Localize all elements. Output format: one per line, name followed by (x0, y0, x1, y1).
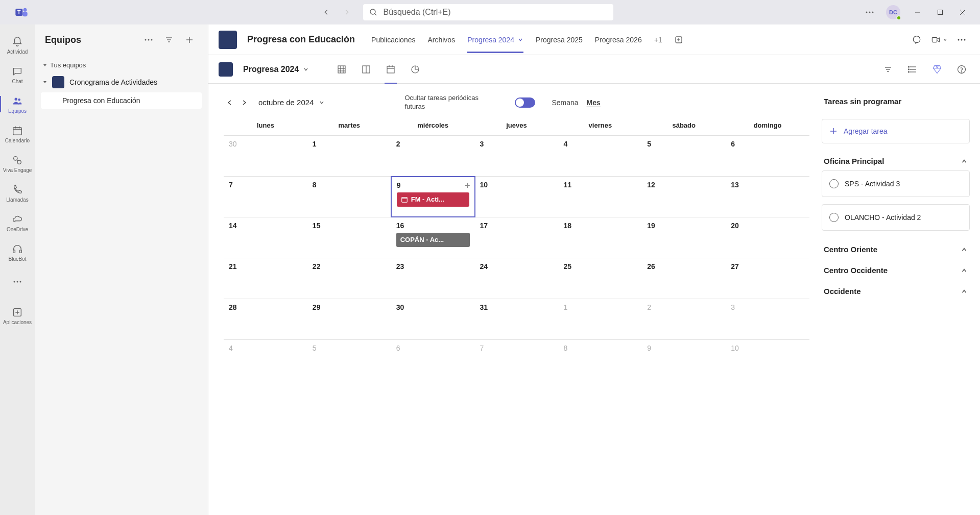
tab-progresa-2026[interactable]: Progresa 2026 (595, 27, 642, 53)
calendar-day[interactable]: 14 (224, 217, 307, 258)
calendar-day[interactable]: 31 (475, 299, 559, 339)
calendar-day[interactable]: 1 (307, 136, 391, 176)
rail-viva[interactable]: Viva Engage (0, 149, 35, 178)
calendar-day[interactable]: 7 (224, 177, 307, 217)
minimize-button[interactable] (909, 4, 927, 20)
calendar-day[interactable]: 21 (224, 258, 307, 299)
calendar-day[interactable]: 22 (307, 258, 391, 299)
month-picker[interactable]: octubre de 2024 (258, 98, 325, 107)
month-view-toggle[interactable]: Mes (587, 99, 601, 107)
create-team-button[interactable] (181, 32, 198, 48)
calendar-day[interactable]: 6 (726, 136, 809, 176)
calendar-day[interactable]: 30 (224, 136, 307, 176)
tab-publicaciones[interactable]: Publicaciones (371, 27, 415, 53)
nav-forward-button[interactable] (339, 4, 355, 20)
calendar-day[interactable]: 10 (475, 177, 559, 217)
your-teams-group[interactable]: Tus equipos (39, 57, 204, 73)
calendar-day[interactable]: 17 (475, 217, 559, 258)
calendar-day[interactable]: 9 (642, 340, 726, 380)
plan-name-dropdown[interactable]: Progresa 2024 (243, 65, 309, 74)
calendar-day[interactable]: 8 (307, 177, 391, 217)
avatar[interactable]: DC (886, 5, 900, 19)
calendar-day[interactable]: 15 (307, 217, 391, 258)
calendar-day[interactable]: 4 (224, 340, 307, 380)
task-card[interactable]: OLANCHO - Actividad 2 (822, 204, 970, 231)
calendar-day[interactable]: 4 (558, 136, 642, 176)
board-view-button[interactable] (356, 59, 376, 80)
rail-apps[interactable]: Aplicaciones (0, 301, 35, 330)
rail-more[interactable] (0, 267, 35, 296)
calendar-day[interactable]: 6 (391, 340, 475, 380)
calendar-day[interactable]: 27 (726, 258, 809, 299)
calendar-day[interactable]: 5 (307, 340, 391, 380)
more-button[interactable] (862, 4, 878, 20)
calendar-day[interactable]: 2 (391, 136, 475, 176)
conversation-button[interactable] (909, 32, 925, 48)
calendar-day[interactable]: 19 (642, 217, 726, 258)
tab-progresa-2024[interactable]: Progresa 2024 (467, 27, 523, 53)
rail-llamadas[interactable]: Llamadas (0, 179, 35, 207)
calendar-day[interactable]: 30 (391, 299, 475, 339)
calendar-day[interactable]: 16COPÁN - Ac... (391, 217, 475, 258)
channel-item[interactable]: Progresa con Educación (41, 92, 202, 109)
bucket-header[interactable]: Centro Oriente (822, 238, 970, 259)
calendar-day[interactable]: 9+FM - Acti... (391, 176, 475, 217)
calendar-day[interactable]: 28 (224, 299, 307, 339)
bucket-header[interactable]: Occidente (822, 280, 970, 301)
task-complete-radio[interactable] (829, 213, 839, 222)
calendar-event[interactable]: COPÁN - Ac... (396, 233, 470, 247)
add-tab-button[interactable] (675, 27, 683, 53)
maximize-button[interactable] (931, 4, 949, 20)
add-task-on-day[interactable]: + (465, 180, 470, 191)
plan-list-button[interactable] (904, 61, 921, 78)
recurring-tasks-toggle[interactable] (515, 97, 535, 108)
calendar-day[interactable]: 3 (726, 299, 809, 339)
rail-bluebot[interactable]: BlueBot (0, 238, 35, 266)
calendar-day[interactable]: 11 (558, 177, 642, 217)
calendar-day[interactable]: 8 (558, 340, 642, 380)
calendar-day[interactable]: 2 (642, 299, 726, 339)
bucket-header[interactable]: Centro Occidente (822, 259, 970, 280)
prev-month-button[interactable] (224, 96, 236, 109)
calendar-day[interactable]: 7 (475, 340, 559, 380)
calendar-day[interactable]: 10 (726, 340, 809, 380)
premium-button[interactable] (929, 61, 945, 78)
schedule-view-button[interactable] (380, 59, 401, 80)
task-complete-radio[interactable] (829, 179, 839, 188)
calendar-day[interactable]: 13 (726, 177, 809, 217)
calendar-day[interactable]: 29 (307, 299, 391, 339)
rail-onedrive[interactable]: OneDrive (0, 208, 35, 237)
meet-button[interactable] (931, 32, 947, 48)
panel-more-button[interactable] (140, 32, 157, 48)
calendar-day[interactable]: 20 (726, 217, 809, 258)
add-task-button[interactable]: Agregar tarea (822, 119, 970, 143)
calendar-day[interactable]: 24 (475, 258, 559, 299)
calendar-day[interactable]: 26 (642, 258, 726, 299)
bucket-header[interactable]: Oficina Principal (822, 150, 970, 170)
rail-chat[interactable]: Chat (0, 60, 35, 89)
search-input[interactable]: Búsqueda (Ctrl+E) (363, 4, 613, 20)
calendar-day[interactable]: 18 (558, 217, 642, 258)
calendar-day[interactable]: 23 (391, 258, 475, 299)
close-button[interactable] (953, 4, 972, 20)
calendar-day[interactable]: 12 (642, 177, 726, 217)
calendar-day[interactable]: 3 (475, 136, 559, 176)
calendar-day[interactable]: 1 (558, 299, 642, 339)
help-button[interactable] (953, 61, 970, 78)
tab-progresa-2025[interactable]: Progresa 2025 (536, 27, 583, 53)
calendar-day[interactable]: 5 (642, 136, 726, 176)
next-month-button[interactable] (238, 96, 250, 109)
charts-view-button[interactable] (405, 59, 425, 80)
header-more-button[interactable] (953, 32, 970, 48)
calendar-event[interactable]: FM - Acti... (397, 192, 469, 207)
rail-equipos[interactable]: Equipos (0, 90, 35, 118)
task-card[interactable]: SPS - Actividad 3 (822, 170, 970, 197)
tab-more[interactable]: +1 (654, 27, 662, 53)
calendar-day[interactable]: 25 (558, 258, 642, 299)
team-item[interactable]: Cronograma de Actividades (39, 73, 204, 91)
grid-view-button[interactable] (331, 59, 352, 80)
filter-button[interactable] (161, 32, 177, 48)
plan-filter-button[interactable] (880, 61, 896, 78)
nav-back-button[interactable] (318, 4, 334, 20)
rail-calendario[interactable]: Calendario (0, 119, 35, 148)
